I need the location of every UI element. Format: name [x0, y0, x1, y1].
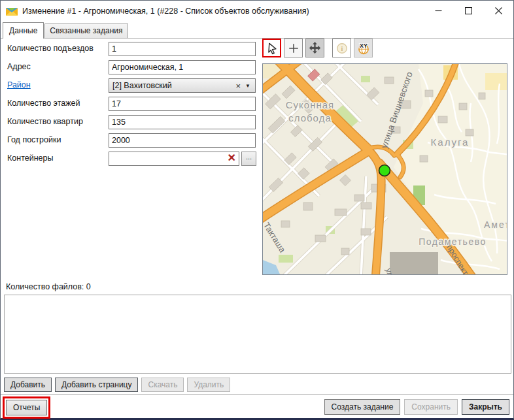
- form-row: Количество квартир: [1, 115, 260, 129]
- form-row: Контейнеры ✕ ...: [1, 152, 260, 166]
- district-combobox[interactable]: [2] Вахитовский × ▼: [109, 78, 256, 93]
- map-marker[interactable]: [379, 165, 390, 176]
- minimize-icon: [435, 7, 442, 14]
- build-year-label: Год постройки: [7, 135, 61, 144]
- map-image: Суконная слобода Калуга Подаметьево Амет…: [263, 64, 507, 275]
- map-toolbar: i XY: [262, 39, 375, 57]
- select-cursor-button[interactable]: [262, 39, 281, 57]
- move-arrows-icon: [307, 40, 322, 56]
- address-input[interactable]: [109, 60, 256, 74]
- xy-coordinates-button[interactable]: XY: [354, 39, 373, 57]
- close-button[interactable]: [483, 1, 513, 21]
- close-dialog-button[interactable]: Закрыть: [462, 399, 509, 415]
- chevron-down-icon[interactable]: ▼: [245, 83, 255, 89]
- form-row: Количество подъездов: [1, 42, 260, 56]
- minimize-button[interactable]: [423, 1, 453, 21]
- floors-label: Количество этажей: [7, 99, 80, 108]
- address-label: Адрес: [7, 62, 31, 71]
- tab-svyazannye-zadaniya[interactable]: Связанные задания: [44, 24, 128, 38]
- entrances-input[interactable]: [109, 42, 256, 56]
- pan-move-button[interactable]: [305, 39, 324, 57]
- plus-crosshair-icon: [286, 41, 301, 56]
- reports-button[interactable]: Отчеты: [6, 400, 47, 415]
- add-file-button[interactable]: Добавить: [4, 378, 52, 392]
- delete-x-icon[interactable]: ✕: [226, 153, 239, 165]
- app-icon: [5, 5, 18, 16]
- footer-actions: Создать задание Сохранить Закрыть: [320, 399, 509, 415]
- add-page-button[interactable]: Добавить страницу: [55, 378, 138, 392]
- close-icon: [495, 7, 502, 14]
- map-label-ametyevo: Аметьево: [484, 219, 507, 230]
- create-task-button[interactable]: Создать задание: [324, 399, 401, 415]
- floors-input[interactable]: [109, 97, 256, 111]
- reports-highlight-box: Отчеты: [3, 396, 50, 419]
- add-point-button[interactable]: [284, 39, 303, 57]
- containers-browse-button[interactable]: ...: [241, 152, 256, 166]
- form-row: Год постройки: [1, 133, 260, 148]
- object-info-button[interactable]: i: [332, 39, 351, 57]
- map-label-sukonnaya-1: Суконная: [286, 99, 334, 110]
- entrances-label: Количество подъездов: [7, 44, 94, 53]
- district-value: [2] Вахитовский: [112, 81, 231, 90]
- titlebar: Изменение #1 - Агрономическая, 1 (#228 -…: [1, 1, 513, 21]
- form-row: Район [2] Вахитовский × ▼: [1, 78, 260, 93]
- tab-dannye[interactable]: Данные: [3, 22, 44, 39]
- save-button: Сохранить: [404, 399, 458, 415]
- footer-divider: [1, 394, 513, 395]
- form-row: Адрес: [1, 60, 260, 74]
- map-canvas[interactable]: Суконная слобода Калуга Подаметьево Амет…: [262, 63, 507, 275]
- cursor-arrow-icon: [265, 41, 279, 56]
- xy-globe-icon: XY: [356, 40, 371, 56]
- window-title: Изменение #1 - Агрономическая, 1 (#228 -…: [22, 7, 309, 16]
- apartments-label: Количество квартир: [7, 117, 83, 126]
- form-row: Количество этажей: [1, 97, 260, 111]
- containers-input[interactable]: [109, 153, 226, 165]
- district-link[interactable]: Район: [7, 80, 31, 89]
- xy-glyph: XY: [359, 42, 367, 48]
- files-count-label: Количество файлов: 0: [6, 282, 91, 291]
- dialog-window: Изменение #1 - Агрономическая, 1 (#228 -…: [0, 0, 514, 420]
- delete-file-button: Удалить: [187, 378, 230, 392]
- window-controls: [423, 1, 513, 21]
- containers-picker: ✕: [109, 152, 239, 166]
- info-icon: i: [335, 41, 349, 56]
- combo-clear-icon[interactable]: ×: [231, 81, 245, 91]
- info-i-glyph: i: [341, 44, 343, 52]
- files-buttons: Добавить Добавить страницу Скачать Удали…: [4, 378, 233, 392]
- map-label-kaluga: Калуга: [431, 137, 470, 148]
- map-label-sukonnaya-2: слобода: [288, 112, 331, 123]
- files-list-panel[interactable]: [4, 295, 511, 374]
- tab-strip: Данные Связанные задания: [1, 21, 513, 39]
- build-year-input[interactable]: [109, 133, 256, 148]
- containers-label: Контейнеры: [7, 153, 53, 163]
- maximize-button[interactable]: [453, 1, 483, 21]
- apartments-input[interactable]: [109, 115, 256, 129]
- maximize-icon: [465, 7, 472, 14]
- download-file-button: Скачать: [141, 378, 184, 392]
